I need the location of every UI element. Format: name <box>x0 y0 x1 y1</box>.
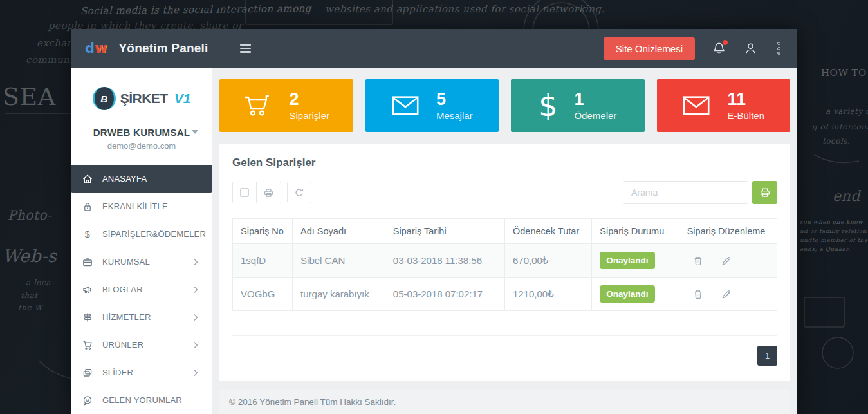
overflow-menu-icon[interactable] <box>775 42 783 55</box>
printer-icon <box>759 187 771 198</box>
stat-value: 1 <box>574 90 616 109</box>
table-row: VOGbG turgay karabıyık 05-03-2018 07:02:… <box>233 278 777 311</box>
select-all-checkbox[interactable] <box>240 188 249 197</box>
sidebar-item-slider[interactable]: SLİDER <box>71 359 212 386</box>
cart-icon <box>243 93 272 118</box>
cell-order-no: VOGbG <box>233 278 293 311</box>
footer: © 2016 Yönetim Paneli Tüm Hakkı Saklıdır… <box>219 390 790 414</box>
table-header-row: Sipariş No Adı Soyadı Sipariş Tarihi Öde… <box>233 219 777 244</box>
page-1-button[interactable]: 1 <box>757 346 777 366</box>
sidebar: B ŞİRKET V1 DRWEB KURUMSAL demo@demo.com… <box>71 68 212 414</box>
sidebar-item-bloglar[interactable]: BLOGLAR <box>71 276 212 303</box>
edit-button[interactable] <box>721 288 732 300</box>
chevron-right-icon <box>190 369 201 377</box>
pencil-icon <box>721 288 732 300</box>
search-input[interactable] <box>623 181 748 204</box>
company-logo-mark: B <box>93 87 116 110</box>
refresh-button[interactable] <box>287 182 311 203</box>
sidebar-item-anasayfa[interactable]: ANASAYFA <box>71 165 212 193</box>
page-title: Yönetim Paneli <box>118 41 208 55</box>
admin-app: dw Yönetim Paneli Site Önizlemesi <box>71 29 797 414</box>
sidebar-item-label: ANASAYFA <box>102 174 147 183</box>
signpost-icon <box>82 312 93 323</box>
column-header: Sipariş Düzenleme <box>679 219 777 244</box>
stat-label: Siparişler <box>289 110 329 121</box>
lock-icon <box>82 201 93 212</box>
column-header: Adı Soyadı <box>293 219 385 244</box>
site-preview-button[interactable]: Site Önizlemesi <box>604 37 695 60</box>
main-content: 2 Siparişler 5 Mesajlar <box>212 68 797 414</box>
sidebar-menu: ANASAYFA EKRANI KİLİTLE $ SİPARİŞLER&ÖDE… <box>71 165 212 414</box>
column-header: Ödenecek Tutar <box>504 219 591 244</box>
cart-icon <box>82 339 93 351</box>
delete-button[interactable] <box>692 288 704 300</box>
chevron-right-icon <box>190 314 201 321</box>
stat-cards: 2 Siparişler 5 Mesajlar <box>219 79 790 132</box>
select-all-button[interactable] <box>232 182 257 203</box>
company-logo-version: V1 <box>174 91 191 106</box>
table-toolbar <box>232 181 777 204</box>
cell-amount: 1210,00₺ <box>504 278 591 311</box>
chevron-right-icon <box>190 258 201 266</box>
printer-icon <box>263 187 274 198</box>
dollar-icon: $ <box>82 229 93 240</box>
sidebar-item-label: EKRANI KİLİTLE <box>102 202 168 211</box>
trash-icon <box>692 255 704 267</box>
stat-card-siparisler[interactable]: 2 Siparişler <box>219 79 353 132</box>
briefcase-icon <box>82 256 93 268</box>
cell-order-no: 1sqfD <box>233 244 293 278</box>
dollar-icon: $ <box>539 91 557 120</box>
megaphone-icon <box>82 284 93 296</box>
company-logo: B ŞİRKET V1 <box>71 68 212 110</box>
sidebar-item-ekrani-kilitle[interactable]: EKRANI KİLİTLE <box>71 193 212 220</box>
stat-value: 5 <box>436 90 473 109</box>
sidebar-item-kurumsal[interactable]: KURUMSAL <box>71 248 212 276</box>
sidebar-item-gelen-yorumlar[interactable]: GELEN YORUMLAR <box>71 386 212 414</box>
navbar-actions: Site Önizlemesi <box>604 37 783 60</box>
table-row: 1sqfD Sibel CAN 03-03-2018 11:38:56 670,… <box>233 244 777 278</box>
copyright-text: © 2016 Yönetim Paneli Tüm Hakkı Saklıdır… <box>229 397 396 407</box>
sidebar-toggle-icon[interactable] <box>240 44 251 53</box>
sidebar-item-label: SLİDER <box>102 368 133 377</box>
company-logo-text: ŞİRKET <box>120 91 168 106</box>
column-header: Sipariş Tarihi <box>385 219 504 244</box>
status-badge: Onaylandı <box>600 285 654 303</box>
stat-card-odemeler[interactable]: $ 1 Ödemeler <box>511 79 645 132</box>
status-badge: Onaylandı <box>600 252 654 269</box>
column-header: Sipariş Durumu <box>592 219 679 244</box>
sidebar-item-hizmetler[interactable]: HİZMETLER <box>71 303 212 331</box>
sidebar-item-label: SİPARİŞLER&ÖDEMELER <box>102 229 206 239</box>
cell-amount: 670,00₺ <box>504 244 591 278</box>
user-profile-icon[interactable] <box>743 41 758 56</box>
chevron-right-icon <box>190 286 201 294</box>
cell-name: turgay karabıyık <box>293 278 385 311</box>
sidebar-item-label: ÜRÜNLER <box>102 340 143 350</box>
search-print-button[interactable] <box>752 181 777 204</box>
edit-button[interactable] <box>721 255 732 267</box>
sidebar-item-label: KURUMSAL <box>102 257 150 267</box>
orders-panel: Gelen Siparişler <box>219 144 790 381</box>
print-button[interactable] <box>257 182 281 203</box>
pencil-icon <box>721 255 732 267</box>
stat-card-ebulten[interactable]: 11 E-Bülten <box>657 79 791 132</box>
stat-label: Ödemeler <box>574 110 616 121</box>
app-logo[interactable]: dw <box>85 41 107 56</box>
sidebar-item-label: GELEN YORUMLAR <box>102 395 182 405</box>
home-icon <box>82 173 93 185</box>
blackboard-background: Social media is the social interaction a… <box>0 0 868 414</box>
chevron-right-icon <box>190 341 201 349</box>
sidebar-item-urunler[interactable]: ÜRÜNLER <box>71 331 212 359</box>
notifications-bell-icon[interactable] <box>712 41 726 56</box>
orders-table: Sipariş No Adı Soyadı Sipariş Tarihi Öde… <box>232 218 777 311</box>
sidebar-item-siparisler-odemeler[interactable]: $ SİPARİŞLER&ÖDEMELER <box>71 220 212 248</box>
top-navbar: dw Yönetim Paneli Site Önizlemesi <box>71 29 797 68</box>
delete-button[interactable] <box>692 255 704 267</box>
column-header: Sipariş No <box>233 219 293 244</box>
panel-title: Gelen Siparişler <box>232 156 777 169</box>
stat-card-mesajlar[interactable]: 5 Mesajlar <box>365 79 499 132</box>
account-caret-down-icon[interactable] <box>192 130 198 134</box>
envelope-icon <box>682 95 710 116</box>
pagination: 1 <box>232 346 777 366</box>
envelope-icon <box>391 95 420 116</box>
cell-date: 05-03-2018 07:02:17 <box>385 278 504 311</box>
